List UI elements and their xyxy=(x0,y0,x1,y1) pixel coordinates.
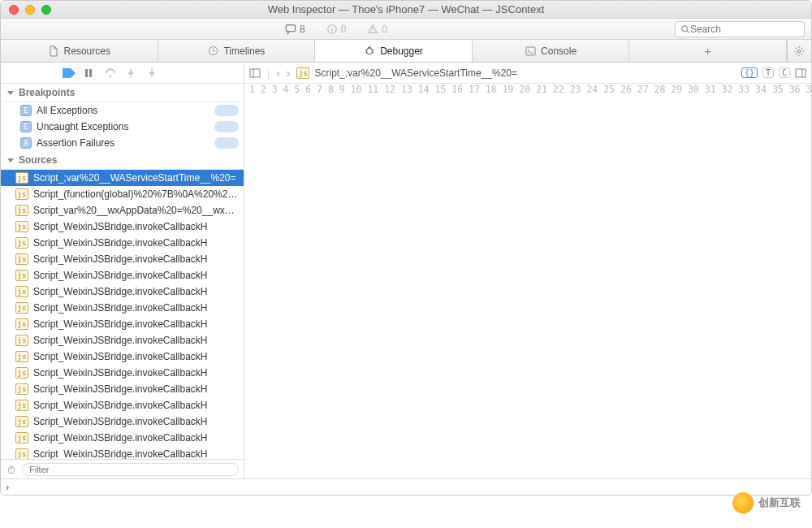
breakpoint-row[interactable]: EUncaught Exceptions xyxy=(1,119,244,135)
warnings-count-button[interactable]: 0 xyxy=(361,22,394,37)
source-row[interactable]: jsScript_WeixinJSBridge.invokeCallbackH xyxy=(1,430,244,446)
tab-settings[interactable] xyxy=(787,40,811,62)
source-filename: Script_WeixinJSBridge.invokeCallbackH xyxy=(33,335,208,346)
source-row[interactable]: jsScript_WeixinJSBridge.invokeCallbackH xyxy=(1,381,244,397)
chevron-down-icon xyxy=(7,91,14,95)
warnings-count: 0 xyxy=(382,24,387,35)
speech-icon xyxy=(285,24,296,35)
source-row[interactable]: jsScript_WeixinJSBridge.invokeCallbackH xyxy=(1,397,244,413)
js-file-icon: js xyxy=(15,221,28,232)
gear-icon xyxy=(793,45,805,57)
coverage-button[interactable]: C xyxy=(779,67,790,78)
tab-resources[interactable]: Resources xyxy=(1,40,158,62)
svg-point-9 xyxy=(110,75,111,76)
svg-point-2 xyxy=(682,25,688,31)
source-row[interactable]: jsScript_(function(global)%20%7B%0A%20%2… xyxy=(1,186,244,202)
source-filename: Script_WeixinJSBridge.invokeCallbackH xyxy=(33,286,208,297)
source-row[interactable]: jsScript_WeixinJSBridge.invokeCallbackH xyxy=(1,283,244,300)
source-filename: Script_WeixinJSBridge.invokeCallbackH xyxy=(33,416,208,427)
tab-debugger[interactable]: Debugger xyxy=(315,40,473,62)
js-file-icon: js xyxy=(296,67,309,79)
js-file-icon: js xyxy=(15,270,28,281)
pause-icon[interactable] xyxy=(84,68,97,78)
svg-rect-14 xyxy=(796,69,806,77)
step-over-icon[interactable] xyxy=(147,68,160,78)
breakpoint-type-icon: E xyxy=(20,121,32,132)
source-row[interactable]: jsScript_WeixinJSBridge.invokeCallbackH xyxy=(1,348,244,365)
tab-console[interactable]: Console xyxy=(473,40,630,62)
chevron-down-icon xyxy=(7,158,14,162)
breakpoint-row[interactable]: EAll Exceptions xyxy=(1,102,244,119)
console-prompt[interactable]: › xyxy=(1,478,811,495)
step-in-icon[interactable] xyxy=(126,68,139,78)
source-filename: Script_WeixinJSBridge.invokeCallbackH xyxy=(33,351,208,362)
type-button[interactable]: T xyxy=(762,67,774,78)
nav-back[interactable]: ‹ xyxy=(276,67,280,80)
source-filename: Script_WeixinJSBridge.invokeCallbackH xyxy=(33,318,208,330)
tab-add[interactable]: + xyxy=(629,40,787,62)
breakpoint-type-icon: A xyxy=(20,137,32,149)
window-title: Web Inspector — Thoe's iPhone7 — WeChat … xyxy=(1,3,811,15)
js-file-icon: js xyxy=(15,188,28,200)
breakpoint-toggle[interactable] xyxy=(214,121,239,132)
source-row[interactable]: jsScript_WeixinJSBridge.invokeCallbackH xyxy=(1,267,244,283)
svg-rect-13 xyxy=(250,69,260,77)
source-filename: Script_WeixinJSBridge.invokeCallbackH xyxy=(33,448,208,459)
svg-point-12 xyxy=(8,467,15,474)
search-icon xyxy=(680,24,690,35)
source-row[interactable]: jsScript_WeixinJSBridge.invokeCallbackH xyxy=(1,300,244,316)
clock-icon xyxy=(207,45,218,57)
source-row[interactable]: jsScript_WeixinJSBridge.invokeCallbackH xyxy=(1,219,244,235)
elements-count-button[interactable]: 8 xyxy=(279,22,312,37)
source-filename: Script_WeixinJSBridge.invokeCallbackH xyxy=(33,237,208,249)
source-row[interactable]: jsScript_WeixinJSBridge.invokeCallbackH xyxy=(1,365,244,381)
svg-point-6 xyxy=(798,50,801,53)
js-file-icon: js xyxy=(15,302,28,314)
breadcrumb-file: Script_;var%20__WAServiceStartTime__%20= xyxy=(314,67,517,79)
console-chevron-icon: › xyxy=(6,481,9,493)
source-code-area[interactable]: 1 2 3 4 5 6 7 8 9 10 11 12 13 14 15 16 1… xyxy=(244,84,811,478)
breakpoint-toggle[interactable] xyxy=(214,105,239,116)
pretty-print-button[interactable]: {} xyxy=(741,67,758,78)
svg-point-10 xyxy=(130,76,132,78)
info-count-button[interactable]: 0 xyxy=(320,22,353,37)
filter-input[interactable] xyxy=(22,463,239,476)
source-row[interactable]: jsScript_WeixinJSBridge.invokeCallbackH xyxy=(1,316,244,332)
source-filename: Script_WeixinJSBridge.invokeCallbackH xyxy=(33,400,208,411)
breakpoint-toggle[interactable] xyxy=(214,137,239,149)
info-count: 0 xyxy=(341,24,347,35)
sources-section-header[interactable]: Sources xyxy=(1,151,244,170)
js-file-icon: js xyxy=(15,351,28,362)
right-panel-toggle-icon[interactable] xyxy=(795,68,806,78)
source-filename: Script_var%20__wxAppData%20=%20__wxApp..… xyxy=(33,205,240,216)
console-icon xyxy=(525,45,536,57)
timer-icon[interactable] xyxy=(6,464,17,475)
breakpoints-section-header[interactable]: Breakpoints xyxy=(1,84,244,102)
breadcrumb[interactable]: js Script_;var%20__WAServiceStartTime__%… xyxy=(296,67,734,79)
js-file-icon: js xyxy=(15,237,28,249)
warning-icon xyxy=(367,24,378,35)
source-row[interactable]: jsScript_WeixinJSBridge.invokeCallbackH xyxy=(1,332,244,348)
source-row[interactable]: jsScript_WeixinJSBridge.invokeCallbackH xyxy=(1,235,244,251)
source-row[interactable]: jsScript_WeixinJSBridge.invokeCallbackH xyxy=(1,446,244,459)
js-file-icon: js xyxy=(15,205,28,216)
source-row[interactable]: jsScript_;var%20__WAServiceStartTime__%2… xyxy=(1,170,244,186)
breakpoint-row[interactable]: AAssertion Failures xyxy=(1,135,244,151)
breakpoint-label: Assertion Failures xyxy=(37,137,209,149)
left-panel-toggle-icon[interactable] xyxy=(249,68,261,78)
plus-icon: + xyxy=(704,44,711,58)
search-input[interactable] xyxy=(690,24,812,35)
tab-timelines[interactable]: Timelines xyxy=(158,40,316,62)
source-filename: Script_;var%20__WAServiceStartTime__%20= xyxy=(33,172,236,184)
breakpoint-marker-icon[interactable] xyxy=(63,68,76,78)
source-row[interactable]: jsScript_WeixinJSBridge.invokeCallbackH xyxy=(1,413,244,430)
search-field[interactable] xyxy=(675,21,805,37)
source-row[interactable]: jsScript_WeixinJSBridge.invokeCallbackH xyxy=(1,251,244,267)
breakpoint-type-icon: E xyxy=(20,105,32,116)
nav-forward[interactable]: › xyxy=(287,67,291,80)
step-out-icon[interactable] xyxy=(105,68,118,78)
source-filename: Script_WeixinJSBridge.invokeCallbackH xyxy=(33,383,208,395)
bug-icon xyxy=(364,45,375,57)
source-row[interactable]: jsScript_var%20__wxAppData%20=%20__wxApp… xyxy=(1,202,244,219)
source-filename: Script_WeixinJSBridge.invokeCallbackH xyxy=(33,432,208,444)
